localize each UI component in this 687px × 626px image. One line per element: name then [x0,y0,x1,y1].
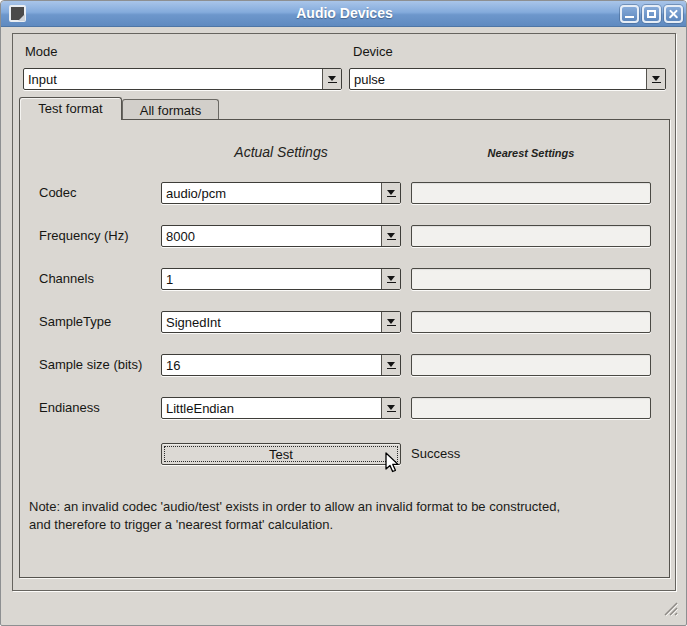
sampletype-select[interactable]: SignedInt [161,311,401,333]
dropdown-arrow-icon [381,398,400,418]
device-select[interactable]: pulse [349,68,666,90]
frequency-value: 8000 [162,229,381,244]
dropdown-arrow-icon [322,69,341,89]
endianess-value: LittleEndian [162,401,381,416]
actual-settings-header: Actual Settings [161,144,401,160]
mode-value: Input [24,72,322,87]
dropdown-arrow-icon [381,183,400,203]
tab-test-format[interactable]: Test format [19,97,122,120]
frequency-label: Frequency (Hz) [39,228,129,243]
frequency-nearest-field [411,225,651,247]
codec-value: audio/pcm [162,186,381,201]
mode-select[interactable]: Input [23,68,342,90]
endianess-nearest-field [411,397,651,419]
channels-nearest-field [411,268,651,290]
dropdown-arrow-icon [646,69,665,89]
window-title: Audio Devices [1,5,687,21]
minimize-icon [625,16,634,18]
samplesize-label: Sample size (bits) [39,357,142,372]
endianess-label: Endianess [39,400,100,415]
titlebar[interactable]: Audio Devices [1,1,687,27]
resize-grip-icon[interactable] [660,598,679,617]
samplesize-select[interactable]: 16 [161,354,401,376]
dropdown-arrow-icon [381,269,400,289]
sampletype-label: SampleType [39,314,111,329]
codec-label: Codec [39,185,77,200]
device-value: pulse [350,72,646,87]
note-text: Note: an invalid codec 'audio/test' exis… [29,498,661,534]
tab-all-formats[interactable]: All formats [122,99,219,119]
close-button[interactable] [664,5,683,23]
minimize-button[interactable] [620,5,639,23]
nearest-settings-header: Nearest Settings [411,147,651,159]
maximize-button[interactable] [642,5,661,23]
frequency-select[interactable]: 8000 [161,225,401,247]
endianess-select[interactable]: LittleEndian [161,397,401,419]
dropdown-arrow-icon [381,226,400,246]
dropdown-arrow-icon [381,312,400,332]
channels-select[interactable]: 1 [161,268,401,290]
audio-devices-window: Audio Devices Mode Device Input pulse Te… [0,0,687,626]
channels-value: 1 [162,272,381,287]
dropdown-arrow-icon [381,355,400,375]
sampletype-value: SignedInt [162,315,381,330]
sampletype-nearest-field [411,311,651,333]
codec-nearest-field [411,182,651,204]
device-label: Device [353,44,393,59]
mode-label: Mode [25,44,58,59]
channels-label: Channels [39,271,94,286]
codec-select[interactable]: audio/pcm [161,182,401,204]
test-button[interactable]: Test [161,443,401,465]
samplesize-nearest-field [411,354,651,376]
samplesize-value: 16 [162,358,381,373]
maximize-icon [647,10,656,18]
test-status: Success [411,446,460,461]
